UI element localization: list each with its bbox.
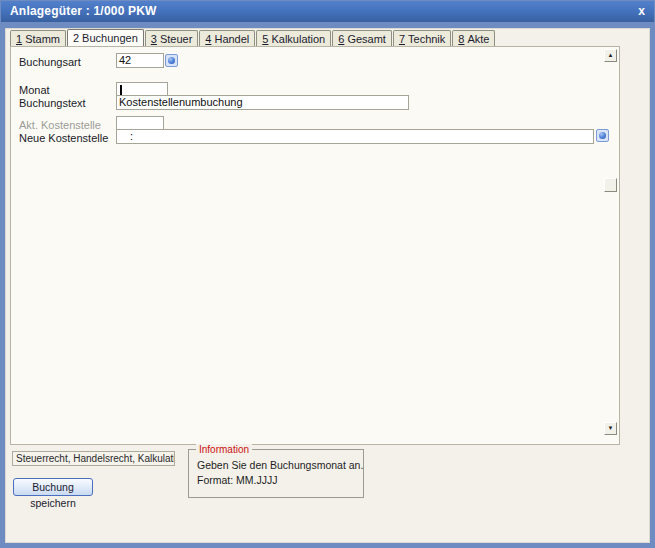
buchungsart-picker-button[interactable] bbox=[165, 54, 178, 67]
combo-picker-icon bbox=[168, 57, 175, 64]
tab-technik[interactable]: 7Technik bbox=[393, 30, 451, 46]
tab-akte[interactable]: 8Akte bbox=[452, 30, 495, 46]
scroll-up-button[interactable]: ▲ bbox=[604, 49, 617, 62]
rights-textbox: Steuerrecht, Handelsrecht, Kalkulation bbox=[12, 451, 175, 466]
tab-label: Akte bbox=[467, 33, 489, 45]
tab-label: Stamm bbox=[25, 33, 60, 45]
arrow-down-icon: ▼ bbox=[608, 425, 614, 431]
buchungstext-label: Buchungstext bbox=[19, 97, 86, 109]
tab-label: Technik bbox=[408, 33, 445, 45]
buchungsart-label: Buchungsart bbox=[19, 56, 81, 68]
window-title: Anlagegüter : 1/000 PKW bbox=[10, 4, 157, 18]
combo-picker-icon bbox=[599, 132, 606, 139]
form-panel: Buchungsart 42 Monat Buchungstext Kosten… bbox=[10, 46, 620, 445]
buchung-speichern-button[interactable]: Buchung speichern bbox=[13, 478, 93, 496]
buchungstext-input[interactable]: Kostenstellenumbuchung bbox=[116, 95, 409, 110]
info-groupbox-title: Information bbox=[196, 444, 252, 455]
tab-stamm[interactable]: 1Stamm bbox=[10, 30, 66, 46]
neue-kostenstelle-label: Neue Kostenstelle bbox=[19, 132, 108, 144]
anlagegueter-window: Anlagegüter : 1/000 PKW x 1Stamm 2Buchun… bbox=[0, 0, 655, 548]
tab-label: Gesamt bbox=[347, 33, 386, 45]
neue-kostenstelle-input[interactable]: : bbox=[116, 129, 594, 144]
neue-kostenstelle-picker-button[interactable] bbox=[596, 129, 609, 142]
tab-label: Kalkulation bbox=[271, 33, 325, 45]
tab-steuer[interactable]: 3Steuer bbox=[145, 30, 199, 46]
tab-buchungen[interactable]: 2Buchungen bbox=[67, 29, 144, 47]
buchungsart-input[interactable]: 42 bbox=[116, 53, 164, 68]
tab-label: Buchungen bbox=[82, 32, 138, 44]
tab-label: Steuer bbox=[160, 33, 192, 45]
tab-handel[interactable]: 4Handel bbox=[199, 30, 255, 46]
close-icon[interactable]: x bbox=[638, 4, 645, 18]
tab-gesamt[interactable]: 6Gesamt bbox=[332, 30, 392, 46]
info-groupbox: Information Geben Sie den Buchungsmonat … bbox=[188, 449, 364, 498]
tab-label: Handel bbox=[214, 33, 249, 45]
text-caret bbox=[120, 85, 122, 95]
tab-kalkulation[interactable]: 5Kalkulation bbox=[256, 30, 331, 46]
scroll-thumb[interactable] bbox=[604, 178, 617, 192]
scroll-down-button[interactable]: ▼ bbox=[604, 422, 617, 435]
info-line-1: Geben Sie den Buchungsmonat an. bbox=[197, 459, 363, 471]
tab-strip: 1Stamm 2Buchungen 3Steuer 4Handel 5Kalku… bbox=[10, 29, 496, 46]
monat-label: Monat bbox=[19, 84, 50, 96]
title-bar[interactable]: Anlagegüter : 1/000 PKW x bbox=[1, 1, 654, 22]
arrow-up-icon: ▲ bbox=[608, 52, 614, 58]
akt-kostenstelle-label: Akt. Kostenstelle bbox=[19, 119, 101, 131]
info-line-2: Format: MM.JJJJ bbox=[197, 474, 278, 486]
